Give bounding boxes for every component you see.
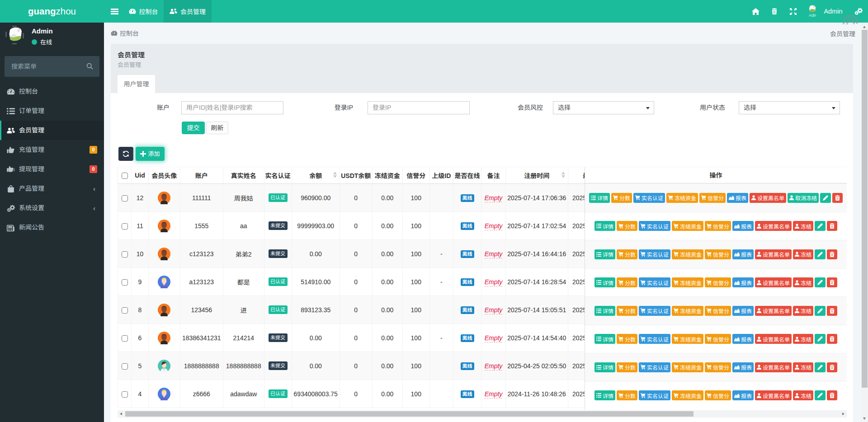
svg-text:Adm: Adm <box>809 13 816 18</box>
